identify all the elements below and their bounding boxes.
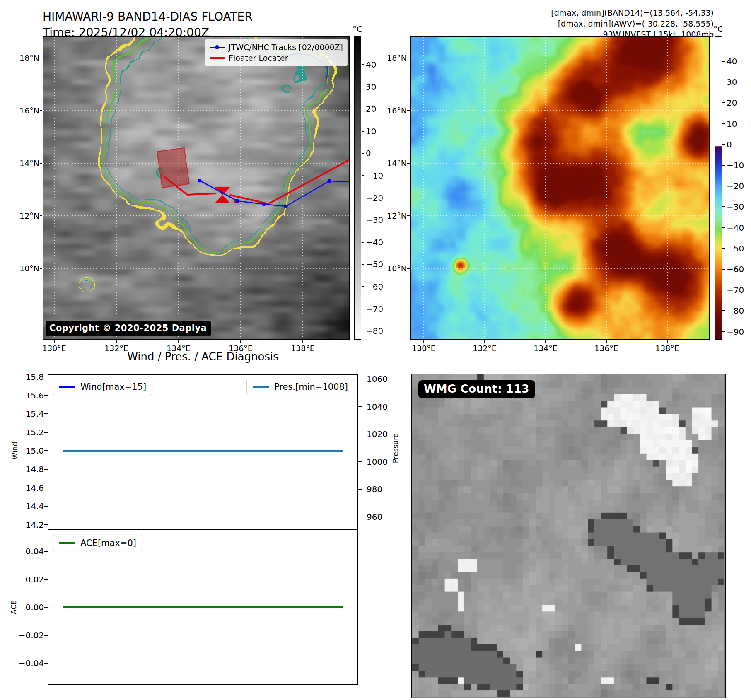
wind-ytick: 14.8: [9, 464, 44, 475]
awv-colorbar-tick: −70: [727, 285, 744, 295]
awv-lat-tick-mark: [407, 110, 410, 111]
awv-colorbar-tick-mark: [722, 123, 725, 124]
pressure-axis-label: Pressure: [391, 433, 400, 463]
copyright-badge: Copyright © 2020-2025 Dapiya: [46, 321, 211, 336]
band14-lat-tick: 12°N: [5, 211, 39, 221]
legend-row-tracks: JTWC/NHC Tracks [02/0000Z]: [210, 42, 343, 53]
awv-lon-tick-mark: [484, 340, 485, 343]
wind-ytick-mark: [44, 413, 48, 414]
band14-lat-tick-mark: [40, 163, 42, 164]
weather-diagnosis-dashboard: HIMAWARI-9 BAND14-DIAS FLOATER Time: 202…: [0, 0, 751, 700]
awv-lat-tick: 18°N: [372, 53, 407, 63]
awv-lon-tick: 138°E: [649, 343, 686, 353]
awv-colorbar-unit: °C: [713, 24, 723, 34]
ace-ytick-mark: [44, 607, 48, 608]
awv-colorbar-tick: −80: [727, 306, 744, 316]
band14-colorbar-tick: 30: [366, 82, 376, 92]
wind-ytick: 14.4: [9, 501, 44, 512]
wind-legend-line-icon: [59, 386, 75, 388]
awv-lon-tick-mark: [423, 340, 424, 343]
legend-row-floater: Floater Locater: [210, 53, 343, 63]
pressure-ytick: 980: [367, 484, 382, 495]
ace-legend-label: ACE[max=0]: [80, 538, 136, 548]
band14-lat-tick: 10°N: [5, 263, 39, 273]
pressure-ytick: 1020: [367, 429, 388, 439]
awv-colorbar-tick: −10: [727, 160, 744, 170]
awv-colorbar-tick-mark: [722, 144, 725, 145]
awv-satellite-image: [411, 37, 709, 339]
band14-colorbar-tick-mark: [362, 109, 364, 109]
pressure-ytick-mark: [358, 434, 362, 434]
pressure-ytick: 1000: [367, 456, 388, 467]
awv-annotation-band14: [dmax, dmin](BAND14)=(13.564, -54.33): [551, 7, 714, 18]
band14-colorbar-unit: °C: [353, 24, 362, 34]
awv-lat-tick-mark: [407, 163, 410, 164]
band14-colorbar-tick-mark: [362, 64, 364, 65]
ace-ytick-mark: [44, 635, 48, 636]
band14-lat-tick: 16°N: [5, 106, 39, 116]
pressure-ytick-mark: [358, 461, 362, 462]
awv-colorbar-tick-mark: [722, 331, 725, 332]
band14-lon-tick: 130°E: [36, 343, 73, 353]
band14-lat-tick-mark: [40, 215, 42, 216]
wind-ytick: 14.6: [9, 483, 44, 493]
wind-ytick-mark: [44, 450, 48, 451]
wind-legend: Wind[max=15]: [53, 379, 152, 395]
floater-line-icon: [210, 55, 225, 61]
ace-series-line: [63, 606, 343, 608]
ace-ytick: 0.00: [9, 602, 44, 613]
wind-ytick: 15.4: [9, 408, 44, 419]
wind-ytick: 14.2: [9, 519, 44, 530]
band14-colorbar-tick-mark: [362, 331, 364, 331]
wind-ytick: 15.8: [9, 372, 44, 382]
band14-colorbar-tick: 0: [366, 148, 371, 158]
wind-legend-label: Wind[max=15]: [80, 382, 146, 392]
wmg-count-badge: WMG Count: 113: [418, 380, 535, 398]
awv-colorbar-tick-mark: [722, 102, 725, 103]
awv-lon-tick-mark: [667, 340, 668, 343]
band14-lon-tick: 136°E: [222, 343, 259, 353]
awv-lon-tick-mark: [545, 340, 546, 343]
floater-legend-label: Floater Locater: [229, 53, 288, 63]
band14-colorbar-tick-mark: [362, 87, 364, 87]
ace-legend: ACE[max=0]: [53, 535, 142, 551]
pressure-legend-line-icon: [253, 386, 269, 388]
band14-title-block: HIMAWARI-9 BAND14-DIAS FLOATER Time: 202…: [43, 9, 253, 41]
awv-colorbar-tick: −20: [727, 181, 744, 191]
wind-ytick: 15.0: [9, 445, 44, 456]
awv-colorbar-tick-mark: [722, 227, 725, 228]
wmg-map-frame: WMG Count: 113: [411, 374, 726, 698]
wind-ytick-mark: [44, 395, 48, 396]
awv-annotation-block: [dmax, dmin](BAND14)=(13.564, -54.33) [d…: [551, 7, 714, 40]
band14-colorbar-tick: −70: [366, 304, 383, 314]
band14-satellite-image: [43, 37, 349, 339]
awv-colorbar-tick-mark: [722, 82, 725, 82]
band14-colorbar-tick-mark: [362, 264, 364, 265]
awv-colorbar-tick: 10: [727, 119, 737, 129]
wind-ytick-mark: [44, 506, 48, 507]
band14-colorbar-tick: 10: [366, 126, 376, 136]
awv-lon-tick: 132°E: [466, 343, 503, 353]
band14-colorbar-tick-mark: [362, 286, 364, 287]
awv-colorbar-tick: −60: [727, 264, 744, 274]
awv-lat-tick-mark: [407, 215, 410, 216]
ace-ytick: 0.04: [9, 546, 44, 557]
ace-ytick-mark: [44, 551, 48, 552]
ace-ytick: −0.02: [9, 630, 44, 641]
awv-colorbar-tick: 0: [727, 140, 732, 150]
awv-lon-tick: 136°E: [588, 343, 625, 353]
awv-colorbar-tick-mark: [722, 269, 725, 270]
awv-lon-tick: 134°E: [527, 343, 564, 353]
band14-lat-tick-mark: [40, 58, 42, 58]
pressure-legend: Pres.[min=1008]: [246, 379, 354, 395]
awv-colorbar-tick-mark: [722, 165, 725, 166]
band14-colorbar-tick-mark: [362, 220, 364, 220]
pressure-ytick-mark: [358, 379, 362, 379]
awv-colorbar-tick: −30: [727, 202, 744, 212]
tracks-line-icon: [210, 44, 225, 50]
wind-ytick: 15.2: [9, 427, 44, 438]
band14-colorbar-tick: −50: [366, 259, 383, 269]
band14-colorbar-tick: −10: [366, 171, 383, 181]
band14-colorbar-tick: −60: [366, 282, 383, 292]
wind-ytick-mark: [44, 469, 48, 470]
